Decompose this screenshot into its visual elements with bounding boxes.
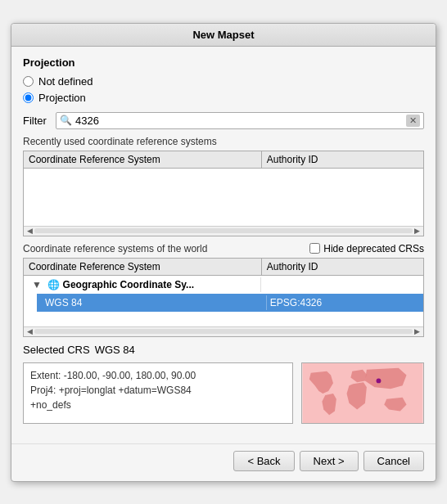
table2-body: ▼ 🌐 Geographic Coordinate Sy... WGS 84 E… [24,276,423,326]
group-row-label: ▼ 🌐 Geographic Coordinate Sy... [29,277,261,292]
not-defined-label[interactable]: Not defined [38,75,93,88]
table1-scrollbar[interactable]: ◀ ▶ [24,226,423,236]
next-button[interactable]: Next > [300,451,359,471]
cancel-button[interactable]: Cancel [363,451,424,471]
selected-crs-label: Selected CRS [23,344,90,356]
info-section: Extent: -180.00, -90.00, 180.00, 90.00Pr… [23,362,424,424]
back-button[interactable]: < Back [233,451,294,471]
table2-col1-header: Coordinate Reference System [24,259,262,275]
world-crs-header: Coordinate reference systems of the worl… [23,243,424,254]
table2-col2-header: Authority ID [262,259,423,275]
projection-radio-group: Not defined Projection [23,75,424,104]
scroll-left-arrow[interactable]: ◀ [25,227,34,235]
wgs84-authority-cell: EPSG:4326 [267,295,418,310]
projection-radio[interactable] [23,92,34,103]
expand-icon[interactable]: ▼ [32,279,42,290]
table2-scroll-track [34,329,413,334]
scroll-right-arrow[interactable]: ▶ [413,227,422,235]
selected-crs-row: Selected CRS WGS 84 [23,344,424,356]
hide-deprecated-checkbox[interactable] [309,243,320,254]
projection-row: Projection [23,92,424,104]
not-defined-row: Not defined [23,75,424,88]
projection-section-label: Projection [23,56,424,69]
dialog-title: New Mapset [11,24,436,47]
filter-input-wrapper: 🔍 ✕ [56,112,424,129]
group-row-text: Geographic Coordinate Sy... [63,279,194,290]
group-row-authority [261,283,418,286]
hide-deprecated-label[interactable]: Hide deprecated CRSs [323,243,424,254]
empty-row [24,312,423,326]
not-defined-radio[interactable] [23,76,34,87]
table2-scrollbar[interactable]: ◀ ▶ [24,326,423,336]
table2-header: Coordinate Reference System Authority ID [24,259,423,276]
globe-icon: 🌐 [47,279,60,290]
world-crs-table: Coordinate Reference System Authority ID… [23,258,424,337]
projection-label[interactable]: Projection [38,92,86,104]
recently-used-table: Coordinate Reference System Authority ID… [23,151,424,236]
filter-label: Filter [23,115,49,127]
extent-text: Extent: -180.00, -90.00, 180.00, 90.00Pr… [30,370,196,411]
filter-row: Filter 🔍 ✕ [23,112,424,129]
scroll-track [34,228,413,233]
map-preview [301,362,424,424]
clear-filter-button[interactable]: ✕ [406,115,420,127]
hide-deprecated-row: Hide deprecated CRSs [309,243,424,254]
table2-scroll-right[interactable]: ▶ [413,327,422,335]
table1-col2-header: Authority ID [262,151,423,168]
selected-crs-value: WGS 84 [95,344,135,356]
wgs84-row[interactable]: WGS 84 EPSG:4326 [37,294,423,312]
dialog-footer: < Back Next > Cancel [11,443,436,481]
new-mapset-dialog: New Mapset Projection Not defined Projec… [11,23,436,482]
recently-used-label: Recently used coordinate reference syste… [23,136,424,147]
table1-header: Coordinate Reference System Authority ID [24,151,423,169]
search-icon: 🔍 [60,115,72,126]
table2-scroll-left[interactable]: ◀ [25,327,34,335]
wgs84-name-cell: WGS 84 [42,295,267,310]
world-map-svg [302,363,423,423]
group-row[interactable]: ▼ 🌐 Geographic Coordinate Sy... [24,276,423,294]
filter-input[interactable] [75,115,406,127]
world-crs-label: Coordinate reference systems of the worl… [23,243,207,254]
table1-body [24,169,423,226]
extent-box: Extent: -180.00, -90.00, 180.00, 90.00Pr… [23,362,293,424]
table1-col1-header: Coordinate Reference System [24,151,262,168]
svg-point-1 [377,378,382,383]
